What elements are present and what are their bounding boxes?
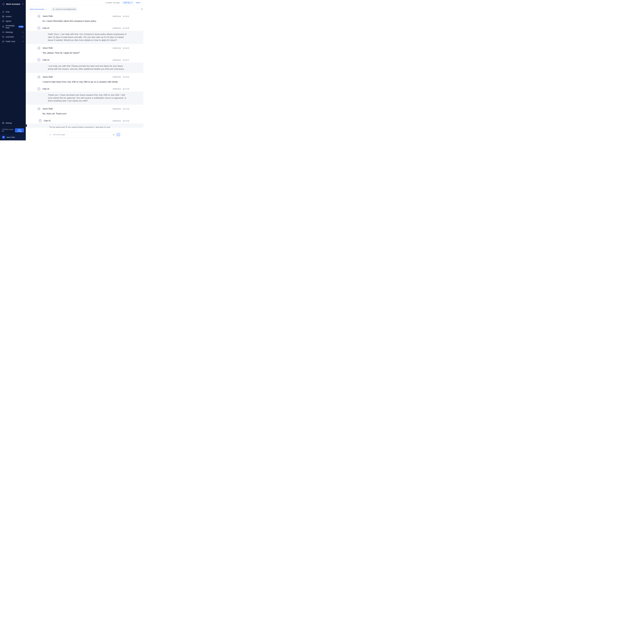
- message-author: Jason Rath: [43, 47, 53, 49]
- svg-point-10: [3, 123, 3, 123]
- message-timestamp: 16/05/202416:17:50: [112, 120, 129, 122]
- sidebar-item-label: Knowledge base: [6, 25, 17, 29]
- ai-avatar-icon: [38, 119, 42, 123]
- share-link[interactable]: Share: [136, 2, 140, 4]
- message-ai: Odin AI 16/05/202416:16:27 I can help yo…: [26, 57, 143, 73]
- sidebar-item-meetings[interactable]: Meetings: [0, 30, 26, 35]
- message-timestamp: 16/05/202416:15:42: [112, 15, 129, 17]
- message-author: Odin AI: [43, 27, 49, 29]
- message-author: Jason Rath: [43, 15, 53, 17]
- chevron-down-icon: [22, 3, 24, 5]
- sidebar-item-label: Actions: [6, 15, 12, 18]
- docbar: Select Document(s) All docs in knowledge…: [26, 5, 143, 13]
- meetings-icon: [2, 31, 4, 33]
- model-name: GPT 4o: [124, 2, 130, 4]
- message-ai: Odin AI 16/05/202416:17:05 Thank you. I …: [26, 86, 143, 105]
- message-text: Hello! Sure, I can help with that. Our c…: [48, 33, 129, 42]
- chat-icon: [2, 11, 4, 13]
- chevron-down-icon: [22, 31, 24, 33]
- mic-button[interactable]: [112, 133, 115, 136]
- credits-per-message: 1 credit(s) / message:: [105, 2, 120, 4]
- message-text: Thank you. I have recorded your leave re…: [48, 94, 129, 103]
- credits-row: 270/5000 credits left Buy Credits: [0, 127, 26, 134]
- sidebar-item-knowledge-base[interactable]: Knowledge base + Add: [0, 23, 26, 30]
- svg-rect-7: [2, 32, 4, 33]
- select-documents-label: Select Document(s): [29, 8, 44, 10]
- chevron-down-icon: [46, 9, 47, 10]
- actions-icon: [2, 15, 4, 18]
- docs-scope-pill[interactable]: All docs in knowledge base: [51, 7, 77, 11]
- collapse-sidebar-button[interactable]: [24, 124, 27, 127]
- svg-point-0: [3, 16, 3, 17]
- attach-button[interactable]: [49, 133, 52, 136]
- composer-area: [26, 128, 143, 140]
- message-author: Odin AI: [43, 88, 49, 90]
- user-avatar: J: [37, 14, 41, 18]
- model-selector[interactable]: GPT 4o: [122, 1, 134, 4]
- sidebar-item-label: Chat: [6, 11, 10, 13]
- message-timestamp: 16/05/202416:17:45: [112, 108, 129, 110]
- sidebar-user[interactable]: J Jason Rath: [0, 134, 26, 140]
- message-author: Jason Rath: [43, 76, 53, 78]
- sidebar: Work Assistant Chat Actions Agents: [0, 0, 26, 140]
- sidebar-item-label: Meetings: [6, 31, 13, 33]
- open-docs-panel-button[interactable]: [141, 7, 143, 12]
- sidebar-item-public-tools[interactable]: Public Tools: [0, 39, 26, 44]
- message-text: Yes, please. How do I apply for leave?: [43, 50, 129, 57]
- ai-avatar-icon: [37, 26, 41, 30]
- user-avatar: J: [37, 46, 41, 50]
- sidebar-item-chat[interactable]: Chat: [0, 10, 26, 14]
- message-ai: Odin AI 16/05/202416:17:50 You're welcom…: [26, 118, 143, 128]
- sidebar-footer: Settings 270/5000 credits left Buy Credi…: [0, 120, 26, 140]
- sidebar-item-settings[interactable]: Settings: [0, 120, 26, 127]
- settings-label: Settings: [5, 122, 12, 124]
- select-documents-button[interactable]: Select Document(s): [28, 7, 49, 11]
- svg-rect-21: [114, 134, 114, 135]
- workspace-switcher[interactable]: Work Assistant: [0, 0, 26, 8]
- message-user: J Jason Rath 16/05/202416:15:42 Hi, I ne…: [26, 13, 143, 25]
- message-text: Hi, I need information about the company…: [43, 18, 129, 25]
- chevron-down-icon: [22, 41, 24, 42]
- message-timestamp: 16/05/202416:16:23: [112, 47, 129, 49]
- message-user: J Jason Rath 16/05/202416:15:42 I need t…: [26, 73, 143, 86]
- add-kb-button[interactable]: + Add: [18, 26, 24, 28]
- sidebar-item-label: Automator: [6, 36, 14, 38]
- automator-icon: [2, 36, 4, 38]
- chevron-down-icon: [22, 36, 24, 38]
- public-tools-icon: [2, 40, 4, 43]
- message-user: J Jason Rath 16/05/202416:17:45 No, that…: [26, 105, 143, 118]
- message-text: No, that's all. Thank you!: [43, 111, 129, 118]
- document-icon: [141, 8, 143, 10]
- gear-icon: [2, 122, 4, 124]
- sidebar-item-actions[interactable]: Actions: [0, 14, 26, 19]
- knowledge-base-icon: [2, 26, 4, 28]
- buy-credits-button[interactable]: Buy Credits: [15, 128, 24, 132]
- user-name: Jason Rath: [6, 136, 15, 138]
- sidebar-item-agents[interactable]: Agents: [0, 19, 26, 23]
- svg-rect-9: [3, 37, 4, 38]
- plus-icon: +: [19, 26, 20, 27]
- user-avatar: J: [37, 75, 41, 79]
- docs-scope-label: All docs in knowledge base: [56, 8, 76, 10]
- message-text: I need to take leave from July 10th to J…: [43, 79, 129, 86]
- svg-rect-8: [2, 36, 3, 37]
- sidebar-item-automator[interactable]: Automator: [0, 35, 26, 39]
- ai-avatar-icon: [37, 87, 41, 91]
- message-author: Jason Rath: [43, 108, 53, 110]
- app-logo-icon: [2, 3, 5, 5]
- message-timestamp: 16/05/202416:16:27: [112, 59, 129, 61]
- composer: [48, 132, 122, 138]
- message-user: J Jason Rath 16/05/202416:16:23 Yes, ple…: [26, 44, 143, 57]
- sidebar-item-label: Agents: [6, 20, 11, 22]
- message-timestamp: 16/05/202416:15:42: [112, 76, 129, 78]
- message-author: Odin AI: [43, 59, 49, 61]
- message-ai: Odin AI 16/05/202416:15:45 Hello! Sure, …: [26, 25, 143, 44]
- message-input[interactable]: [53, 134, 111, 136]
- sidebar-nav: Chat Actions Agents Knowledge base + Add: [0, 8, 26, 44]
- sidebar-item-label: Public Tools: [6, 40, 15, 43]
- message-text: You're welcome! If you need further assi…: [49, 126, 129, 128]
- document-icon: [53, 8, 55, 10]
- ai-avatar-icon: [37, 58, 41, 62]
- user-avatar: J: [37, 107, 41, 111]
- send-button[interactable]: [117, 133, 120, 136]
